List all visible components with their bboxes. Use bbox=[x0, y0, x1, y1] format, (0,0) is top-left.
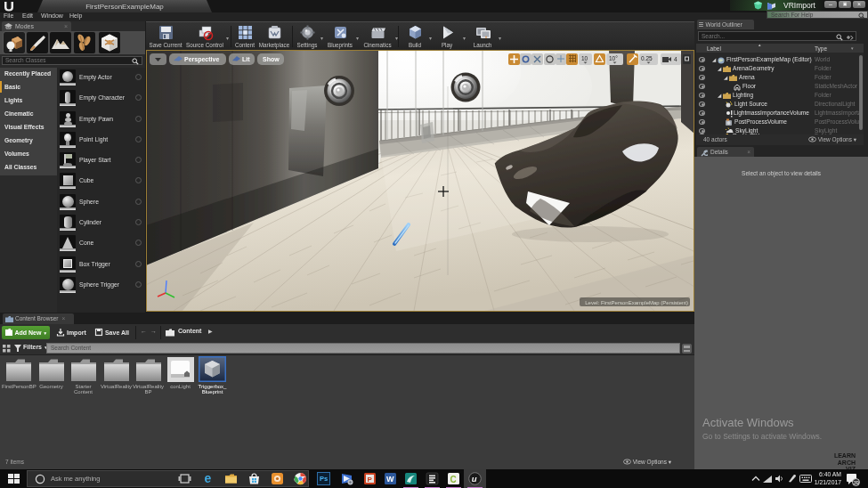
svg-text:10°: 10° bbox=[609, 55, 618, 61]
svg-text:Perspective: Perspective bbox=[184, 56, 219, 63]
svg-text:Show: Show bbox=[263, 56, 280, 62]
svg-text:W: W bbox=[386, 475, 394, 484]
svg-text:0.25: 0.25 bbox=[641, 55, 653, 61]
svg-text:C: C bbox=[450, 475, 457, 484]
svg-text:P: P bbox=[368, 476, 373, 484]
svg-text:39: 39 bbox=[854, 480, 859, 485]
svg-text:4: 4 bbox=[674, 56, 677, 62]
svg-text:u: u bbox=[472, 474, 477, 484]
svg-text:10: 10 bbox=[581, 55, 588, 61]
svg-text:Lit: Lit bbox=[242, 56, 250, 62]
svg-text:Level: FirstPersonExampleMap: Level: FirstPersonExampleMap (Persistent… bbox=[585, 300, 688, 305]
